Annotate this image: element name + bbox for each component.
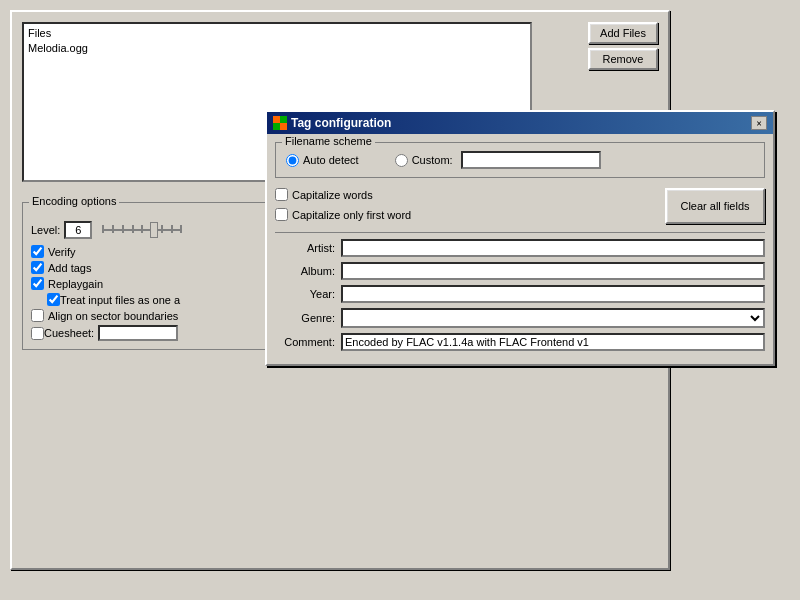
capitalize-words-label: Capitalize words: [292, 189, 373, 201]
artist-label: Artist:: [275, 242, 335, 254]
comment-label: Comment:: [275, 336, 335, 348]
svg-rect-3: [280, 123, 287, 130]
replaygain-row: Replaygain: [31, 277, 273, 290]
year-row: Year:: [275, 285, 765, 303]
capitalize-checkboxes: Capitalize words Capitalize only first w…: [275, 188, 411, 224]
comment-input[interactable]: [341, 333, 765, 351]
files-header: Files: [26, 26, 528, 40]
flac-app-icon: [273, 116, 287, 130]
encoding-options-group: Encoding options Level:: [22, 202, 282, 350]
remove-button[interactable]: Remove: [588, 48, 658, 70]
verify-label: Verify: [48, 246, 76, 258]
file-item[interactable]: Melodia.ogg: [26, 40, 528, 56]
add-tags-checkbox[interactable]: [31, 261, 44, 274]
main-buttons: Add Files Remove: [588, 22, 658, 70]
custom-label: Custom:: [412, 154, 453, 166]
auto-detect-label: Auto detect: [303, 154, 359, 166]
tag-dialog: Tag configuration × Filename scheme Auto…: [265, 110, 775, 366]
filename-scheme-label: Filename scheme: [282, 135, 375, 147]
level-input[interactable]: [64, 221, 92, 239]
dialog-title-left: Tag configuration: [273, 116, 391, 130]
auto-detect-radio[interactable]: [286, 154, 299, 167]
album-row: Album:: [275, 262, 765, 280]
align-sector-row: Align on sector boundaries: [31, 309, 273, 322]
custom-option: Custom:: [395, 151, 601, 169]
capitalize-first-checkbox[interactable]: [275, 208, 288, 221]
verify-checkbox[interactable]: [31, 245, 44, 258]
filename-radio-row: Auto detect Custom:: [286, 151, 754, 169]
auto-detect-option: Auto detect: [286, 154, 359, 167]
dialog-title-text: Tag configuration: [291, 116, 391, 130]
encoding-options-label: Encoding options: [29, 195, 119, 207]
genre-select[interactable]: Rock Pop Jazz Classical Electronic Other: [341, 308, 765, 328]
genre-label: Genre:: [275, 312, 335, 324]
cuesheet-row: Cuesheet:: [31, 325, 273, 341]
align-sector-label: Align on sector boundaries: [48, 310, 178, 322]
genre-row: Genre: Rock Pop Jazz Classical Electroni…: [275, 308, 765, 328]
clear-all-button[interactable]: Clear all fields: [665, 188, 765, 224]
capitalize-clear-row: Capitalize words Capitalize only first w…: [275, 188, 765, 224]
comment-row: Comment:: [275, 333, 765, 351]
level-row: Level:: [31, 221, 273, 239]
year-input[interactable]: [341, 285, 765, 303]
treat-input-row: Treat input files as one a: [47, 293, 273, 306]
dialog-titlebar: Tag configuration ×: [267, 112, 773, 134]
cuesheet-input[interactable]: [98, 325, 178, 341]
level-slider[interactable]: [102, 222, 192, 238]
svg-rect-1: [280, 116, 287, 123]
year-label: Year:: [275, 288, 335, 300]
capitalize-area: Capitalize words Capitalize only first w…: [275, 188, 765, 224]
add-tags-row: Add tags: [31, 261, 273, 274]
capitalize-words-checkbox[interactable]: [275, 188, 288, 201]
svg-rect-2: [273, 123, 280, 130]
artist-row: Artist:: [275, 239, 765, 257]
treat-input-checkbox[interactable]: [47, 293, 60, 306]
svg-rect-0: [273, 116, 280, 123]
artist-input[interactable]: [341, 239, 765, 257]
cuesheet-label: Cuesheet:: [44, 327, 94, 339]
verify-row: Verify: [31, 245, 273, 258]
capitalize-first-label: Capitalize only first word: [292, 209, 411, 221]
custom-input[interactable]: [461, 151, 601, 169]
level-label: Level:: [31, 224, 60, 236]
align-sector-checkbox[interactable]: [31, 309, 44, 322]
cuesheet-checkbox[interactable]: [31, 327, 44, 340]
add-files-button[interactable]: Add Files: [588, 22, 658, 44]
capitalize-first-row: Capitalize only first word: [275, 208, 411, 221]
add-tags-label: Add tags: [48, 262, 91, 274]
album-label: Album:: [275, 265, 335, 277]
dialog-body: Filename scheme Auto detect Custom:: [267, 134, 773, 364]
capitalize-words-row: Capitalize words: [275, 188, 411, 201]
close-button[interactable]: ×: [751, 116, 767, 130]
replaygain-label: Replaygain: [48, 278, 103, 290]
custom-radio[interactable]: [395, 154, 408, 167]
album-input[interactable]: [341, 262, 765, 280]
divider: [275, 232, 765, 233]
replaygain-checkbox[interactable]: [31, 277, 44, 290]
filename-scheme-group: Filename scheme Auto detect Custom:: [275, 142, 765, 178]
treat-input-label: Treat input files as one a: [60, 294, 180, 306]
